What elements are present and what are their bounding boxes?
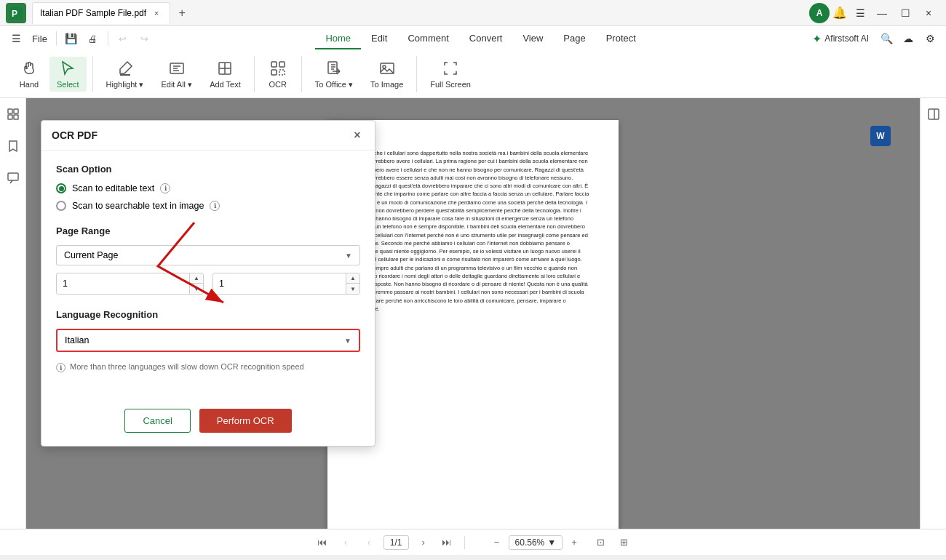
right-sidebar: [920, 98, 946, 529]
user-profile-button[interactable]: A: [809, 3, 830, 23]
nav-tabs: Home Edit Comment Convert View Page Prot…: [315, 28, 646, 49]
next-page-button[interactable]: ›: [415, 534, 432, 551]
tab-convert[interactable]: Convert: [459, 28, 513, 49]
sidebar-comment-icon[interactable]: [3, 168, 23, 188]
tab-protect[interactable]: Protect: [596, 28, 646, 49]
zoom-controls: − 60.56% ▼ +: [488, 534, 584, 551]
range-start-spinners: ▲ ▼: [189, 273, 203, 294]
number-inputs: ▲ ▼ ▲ ▼: [56, 273, 360, 295]
page-display: 1/1: [390, 537, 402, 548]
file-menu-label[interactable]: File: [28, 33, 52, 44]
minimize-button[interactable]: —: [870, 3, 894, 23]
hamburger-menu[interactable]: ☰: [6, 28, 26, 49]
tab-close-button[interactable]: ×: [151, 7, 162, 19]
highlight-tool-button[interactable]: Highlight ▾: [99, 57, 151, 92]
menu-divider-2: [108, 31, 108, 46]
scan-searchable-label: Scan to searchable text in image: [72, 201, 204, 211]
svg-rect-4: [271, 62, 277, 67]
prev-page-button-2[interactable]: ‹: [360, 534, 378, 551]
cancel-button[interactable]: Cancel: [124, 409, 190, 433]
select-tool-button[interactable]: Select: [49, 57, 87, 92]
zoom-in-button[interactable]: +: [565, 534, 583, 551]
pdf-viewer-area: È vero che i cellulari sono dappertutto …: [26, 98, 920, 529]
right-panel-icon[interactable]: [923, 104, 944, 124]
to-office-tool-label: To Office ▾: [315, 80, 353, 89]
zoom-out-button[interactable]: −: [488, 534, 506, 551]
dialog-footer: Cancel Perform OCR: [41, 399, 375, 446]
language-dropdown[interactable]: Italian ▼: [56, 329, 360, 352]
bottom-separator: [464, 536, 465, 549]
sidebar-thumbnail-icon[interactable]: [3, 104, 23, 124]
maximize-button[interactable]: ☐: [894, 3, 917, 23]
scan-option-group: Scan to editable text ℹ Scan to searchab…: [56, 183, 360, 211]
svg-rect-13: [14, 115, 18, 119]
zoom-dropdown[interactable]: 60.56% ▼: [509, 535, 563, 550]
tab-edit[interactable]: Edit: [361, 28, 397, 49]
settings-button[interactable]: ⚙: [920, 28, 940, 49]
notification-button[interactable]: 🔔: [830, 3, 850, 23]
tab-page[interactable]: Page: [553, 28, 595, 49]
select-tool-label: Select: [57, 80, 79, 89]
to-image-tool-button[interactable]: To Image: [363, 57, 410, 92]
tool-separator-1: [92, 56, 93, 92]
tab-view[interactable]: View: [512, 28, 553, 49]
edit-all-tool-button[interactable]: Edit All ▾: [154, 57, 199, 92]
scan-searchable-radio[interactable]: [56, 201, 66, 211]
svg-rect-5: [279, 62, 285, 67]
menu-button[interactable]: ☰: [850, 3, 870, 23]
toolbar-area: ☰ File 💾 🖨 ↩ ↪ Home Edit Comment Convert…: [0, 26, 946, 98]
tab-comment[interactable]: Comment: [397, 28, 458, 49]
page-range-dropdown[interactable]: Current Page ▼: [56, 245, 360, 265]
dialog-close-button[interactable]: ×: [350, 128, 365, 143]
scan-editable-radio[interactable]: [56, 183, 66, 193]
add-text-tool-button[interactable]: Add Text: [202, 57, 248, 92]
ocr-tool-button[interactable]: OCR: [261, 57, 295, 92]
range-end-down-button[interactable]: ▼: [346, 284, 359, 294]
redo-button[interactable]: ↪: [135, 28, 155, 49]
tab-home[interactable]: Home: [315, 28, 361, 49]
hint-info-icon: ℹ: [56, 363, 65, 372]
bottom-bar: ⏮ ‹ ‹ 1/1 › ⏭ − 60.56% ▼ + ⊡ ⊞: [0, 529, 946, 555]
range-start-up-button[interactable]: ▲: [190, 273, 203, 284]
svg-rect-6: [271, 70, 277, 75]
search-button[interactable]: 🔍: [876, 28, 897, 49]
range-start-input-wrap: ▲ ▼: [56, 273, 204, 295]
page-input[interactable]: 1/1: [383, 535, 409, 550]
hand-tool-button[interactable]: Hand: [12, 57, 47, 92]
close-button[interactable]: ×: [917, 3, 940, 23]
to-office-tool-button[interactable]: To Office ▾: [308, 57, 360, 92]
last-page-button[interactable]: ⏭: [438, 534, 456, 551]
ai-button[interactable]: ✦ Afirstsoft AI: [806, 32, 875, 46]
fit-width-button[interactable]: ⊞: [615, 534, 632, 551]
tab-title: Italian PDF Sample File.pdf: [40, 8, 146, 18]
full-screen-tool-button[interactable]: Full Screen: [423, 57, 478, 92]
language-section: Language Recognition Italian ▼: [56, 309, 360, 352]
hint-section: ℹ More than three languages will slow do…: [56, 362, 360, 372]
page-range-section: Page Range Current Page ▼ ▲ ▼: [56, 225, 360, 295]
undo-button[interactable]: ↩: [113, 28, 133, 49]
svg-rect-14: [8, 173, 18, 180]
prev-page-button[interactable]: ‹: [337, 534, 354, 551]
range-end-input[interactable]: [213, 274, 346, 293]
active-tab[interactable]: Italian PDF Sample File.pdf ×: [32, 2, 170, 24]
fit-page-button[interactable]: ⊡: [592, 534, 609, 551]
scan-searchable-option[interactable]: Scan to searchable text in image ℹ: [56, 201, 360, 211]
tool-separator-4: [416, 56, 417, 92]
zoom-arrow-icon: ▼: [547, 537, 556, 548]
scan-searchable-info-icon[interactable]: ℹ: [210, 201, 220, 211]
left-sidebar: [0, 98, 26, 529]
range-start-down-button[interactable]: ▼: [190, 284, 203, 294]
sidebar-bookmark-icon[interactable]: [3, 136, 23, 156]
word-badge: W: [870, 126, 891, 146]
range-start-input[interactable]: [57, 274, 189, 293]
save-button[interactable]: 💾: [61, 28, 82, 49]
scan-editable-info-icon[interactable]: ℹ: [160, 183, 170, 193]
print-button[interactable]: 🖨: [83, 28, 103, 49]
perform-ocr-button[interactable]: Perform OCR: [199, 409, 292, 433]
range-end-up-button[interactable]: ▲: [346, 273, 359, 284]
new-tab-button[interactable]: +: [173, 4, 191, 22]
first-page-button[interactable]: ⏮: [314, 534, 331, 551]
scan-editable-option[interactable]: Scan to editable text ℹ: [56, 183, 360, 193]
language-arrow-icon: ▼: [344, 337, 351, 345]
cloud-button[interactable]: ☁: [898, 28, 918, 49]
